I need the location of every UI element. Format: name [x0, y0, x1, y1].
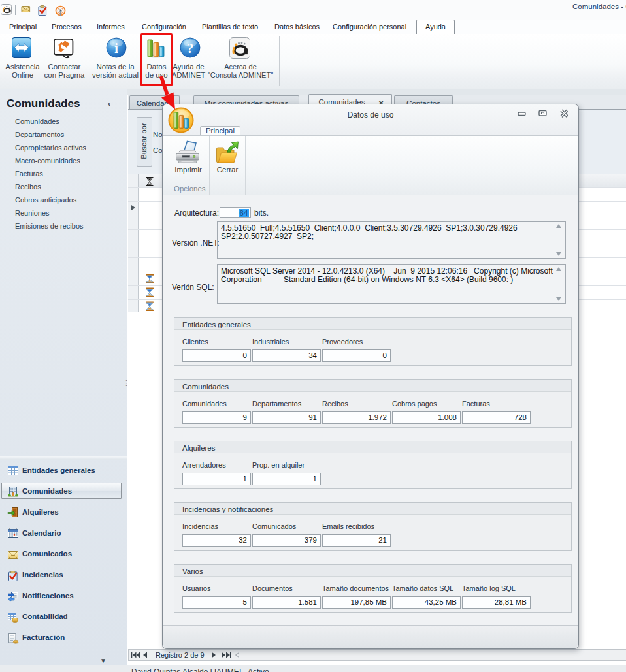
svg-text:Buscar por: Buscar por: [140, 123, 148, 159]
svg-text:i: i: [114, 41, 118, 56]
svg-text:?: ?: [187, 40, 194, 56]
